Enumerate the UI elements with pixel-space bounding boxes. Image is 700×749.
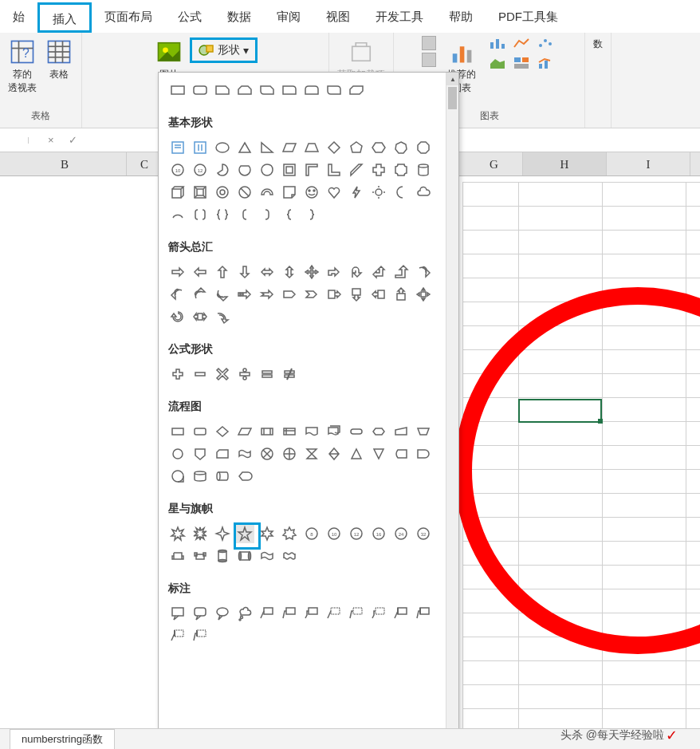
shape-arrow-left-callout[interactable] xyxy=(369,285,388,304)
shapes-scrollbar[interactable]: ▲ ▼ xyxy=(446,73,458,741)
pivot-table-button[interactable]: ? 荐的 透视表 xyxy=(6,36,38,97)
shape-arrow-striped[interactable] xyxy=(235,285,254,304)
shape-callout-line2[interactable] xyxy=(280,604,299,623)
shape-callout-border4[interactable] xyxy=(191,626,210,645)
shape-trapezoid[interactable] xyxy=(302,138,321,157)
shape-snip2-rect[interactable] xyxy=(235,81,254,100)
shape-arrow-curved-left[interactable] xyxy=(168,285,187,304)
tab-formula[interactable]: 公式 xyxy=(165,2,214,33)
shape-round2-rect[interactable] xyxy=(302,81,321,100)
shape-pentagon[interactable] xyxy=(347,138,366,157)
shape-l-shape[interactable] xyxy=(324,160,344,179)
shape-fc-or[interactable] xyxy=(280,444,299,463)
shape-folded-corner[interactable] xyxy=(280,183,299,202)
shape-star6[interactable] xyxy=(258,524,277,543)
shape-callout-accent3[interactable] xyxy=(369,604,388,623)
tab-page-layout[interactable]: 页面布局 xyxy=(92,2,165,33)
tab-review[interactable]: 审阅 xyxy=(264,2,313,33)
shape-star5[interactable] xyxy=(235,524,254,543)
sheet-tab-1[interactable]: numberstring函数 xyxy=(10,729,115,749)
shape-oval[interactable] xyxy=(213,138,232,157)
shape-double-wave[interactable] xyxy=(280,546,299,566)
combo-chart-icon[interactable] xyxy=(537,56,557,73)
shape-callout-border3[interactable] xyxy=(168,626,187,645)
col-header-g[interactable]: G xyxy=(466,152,523,175)
shape-star8[interactable]: 8 xyxy=(302,524,321,543)
shape-ribbon[interactable] xyxy=(168,546,187,566)
shape-heptagon[interactable] xyxy=(391,138,411,157)
cancel-button[interactable]: × xyxy=(48,134,54,146)
shape-fc-seq[interactable] xyxy=(168,467,187,486)
tab-view[interactable]: 视图 xyxy=(313,2,363,33)
shape-fc-predefined[interactable] xyxy=(258,422,277,441)
shape-fc-card[interactable] xyxy=(213,444,232,463)
tab-developer[interactable]: 开发工具 xyxy=(363,2,436,33)
shape-ribbon2[interactable] xyxy=(191,546,210,566)
shape-arrow-up-callout[interactable] xyxy=(391,285,411,304)
shape-double-bracket[interactable] xyxy=(191,205,210,224)
name-box[interactable] xyxy=(0,137,29,144)
bar-chart-icon[interactable] xyxy=(489,36,509,53)
shape-arrow-quad-callout[interactable] xyxy=(414,285,433,304)
tab-insert[interactable]: 插入 xyxy=(37,2,92,33)
shape-callout-rect[interactable] xyxy=(168,604,187,623)
shape-fc-summing[interactable] xyxy=(258,444,277,463)
confirm-button[interactable]: ✓ xyxy=(69,134,77,146)
shape-fc-display[interactable] xyxy=(235,467,254,486)
shape-callout-border2[interactable] xyxy=(414,604,433,623)
shape-equal[interactable] xyxy=(258,365,277,384)
tab-start[interactable]: 始 xyxy=(0,2,37,33)
shape-fc-direct[interactable] xyxy=(213,467,232,486)
more-button[interactable]: 数 xyxy=(592,36,604,53)
shape-arrow-left-up[interactable] xyxy=(369,262,388,282)
shape-callout-border1[interactable] xyxy=(391,604,411,623)
shape-chord[interactable] xyxy=(235,160,254,179)
shape-explosion2[interactable] xyxy=(191,524,210,543)
shape-moon[interactable] xyxy=(391,183,411,202)
shape-callout-cloud[interactable] xyxy=(235,604,254,623)
shape-arrow-curved-up[interactable] xyxy=(191,285,210,304)
shape-right-brace[interactable] xyxy=(302,205,321,224)
shape-decagon[interactable]: 10 xyxy=(168,160,187,179)
hierarchy-chart-icon[interactable] xyxy=(513,56,533,73)
shape-fc-multidoc[interactable] xyxy=(324,422,344,441)
shape-arrow-down-callout[interactable] xyxy=(347,285,366,304)
shape-fc-delay[interactable] xyxy=(414,444,433,463)
shape-multiply[interactable] xyxy=(213,365,232,384)
shape-bevel[interactable] xyxy=(191,183,210,202)
shape-fc-magnetic[interactable] xyxy=(191,467,210,486)
shape-callout-line1[interactable] xyxy=(258,604,277,623)
shape-textbox[interactable] xyxy=(168,138,187,157)
shape-snip-rect[interactable] xyxy=(213,81,232,100)
tab-data[interactable]: 数据 xyxy=(214,2,264,33)
shape-fc-merge[interactable] xyxy=(369,444,388,463)
shape-callout-oval[interactable] xyxy=(213,604,232,623)
shape-callout-round-rect[interactable] xyxy=(191,604,210,623)
shape-cube[interactable] xyxy=(168,183,187,202)
shape-arrow-down[interactable] xyxy=(235,262,254,282)
shape-left-bracket[interactable] xyxy=(235,205,254,224)
shape-half-frame[interactable] xyxy=(302,160,321,179)
shape-star12[interactable]: 12 xyxy=(347,524,366,543)
shape-can[interactable] xyxy=(414,160,433,179)
scroll-thumb[interactable] xyxy=(448,87,457,109)
shape-octagon[interactable] xyxy=(414,138,433,157)
shape-arrow-curved2[interactable] xyxy=(213,307,232,326)
shape-arrow-updown[interactable] xyxy=(280,262,299,282)
shape-heart[interactable] xyxy=(324,183,344,202)
shape-wave[interactable] xyxy=(258,546,277,566)
line-chart-icon[interactable] xyxy=(513,36,533,53)
shape-frame[interactable] xyxy=(280,160,299,179)
shape-fc-tape[interactable] xyxy=(235,444,254,463)
shape-fc-preparation[interactable] xyxy=(369,422,388,441)
shape-fc-decision[interactable] xyxy=(213,422,232,441)
shape-triangle[interactable] xyxy=(235,138,254,157)
shape-cross[interactable] xyxy=(369,160,388,179)
shape-star16[interactable]: 16 xyxy=(369,524,388,543)
shape-round-snip-rect[interactable] xyxy=(258,81,277,100)
table-button[interactable]: 表格 xyxy=(43,36,75,83)
shape-fc-offpage[interactable] xyxy=(191,444,210,463)
shape-hexagon[interactable] xyxy=(369,138,388,157)
shape-horiz-scroll[interactable] xyxy=(235,546,254,566)
shape-star4[interactable] xyxy=(213,524,232,543)
